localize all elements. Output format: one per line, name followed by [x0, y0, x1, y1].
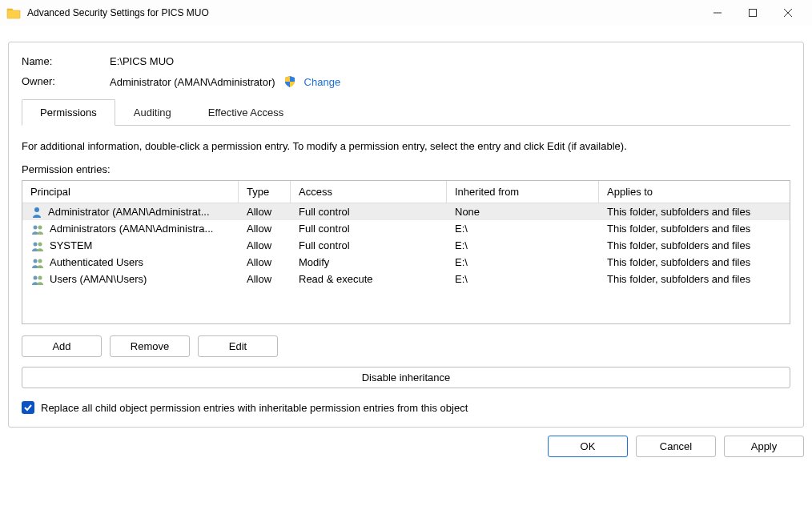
close-button[interactable] [770, 0, 806, 26]
name-value: E:\PICS MUO [110, 55, 790, 67]
applies-text: This folder, subfolders and files [599, 220, 790, 237]
svg-point-9 [34, 259, 38, 263]
add-button[interactable]: Add [22, 335, 102, 357]
type-text: Allow [239, 237, 291, 254]
minimize-button[interactable] [700, 0, 735, 26]
replace-checkbox-label: Replace all child object permission entr… [41, 402, 468, 414]
access-text: Modify [291, 254, 447, 271]
access-text: Full control [291, 203, 447, 220]
col-type[interactable]: Type [239, 181, 291, 203]
svg-rect-1 [750, 10, 757, 17]
disable-inheritance-button[interactable]: Disable inheritance [22, 367, 790, 388]
svg-line-3 [784, 9, 792, 17]
group-icon [30, 274, 45, 285]
table-row[interactable]: Administrator (AMAN\Administrat...AllowF… [22, 203, 790, 220]
svg-point-7 [34, 242, 38, 246]
tabs: Permissions Auditing Effective Access [22, 99, 790, 126]
table-row[interactable]: SYSTEMAllowFull controlE:\This folder, s… [22, 237, 790, 254]
cancel-button[interactable]: Cancel [636, 436, 716, 457]
inherited-text: E:\ [447, 271, 599, 287]
col-principal[interactable]: Principal [22, 181, 239, 203]
remove-button[interactable]: Remove [110, 335, 190, 357]
principal-text: Administrators (AMAN\Administra... [50, 223, 213, 235]
main-panel: Name: E:\PICS MUO Owner: Administrator (… [8, 42, 804, 428]
permissions-grid: Principal Type Access Inherited from App… [22, 180, 790, 324]
apply-button[interactable]: Apply [724, 436, 804, 457]
dialog-footer: OK Cancel Apply [0, 428, 812, 457]
ok-button[interactable]: OK [548, 436, 628, 457]
svg-point-6 [38, 225, 42, 229]
col-inherited[interactable]: Inherited from [447, 181, 599, 203]
table-row[interactable]: Administrators (AMAN\Administra...AllowF… [22, 220, 790, 237]
replace-checkbox-row[interactable]: Replace all child object permission entr… [22, 401, 790, 414]
grid-header: Principal Type Access Inherited from App… [22, 181, 790, 203]
col-applies[interactable]: Applies to [599, 181, 790, 203]
type-text: Allow [239, 254, 291, 271]
col-access[interactable]: Access [291, 181, 447, 203]
edit-button[interactable]: Edit [198, 335, 278, 357]
inherited-text: E:\ [447, 254, 599, 271]
name-label: Name: [22, 55, 110, 67]
group-icon [30, 240, 45, 251]
svg-point-12 [38, 275, 42, 279]
folder-icon [6, 6, 21, 19]
table-row[interactable]: Authenticated UsersAllowModifyE:\This fo… [22, 254, 790, 271]
tab-effective-access[interactable]: Effective Access [190, 99, 302, 126]
type-text: Allow [239, 271, 291, 287]
tab-auditing[interactable]: Auditing [115, 99, 190, 126]
inherited-text: None [447, 203, 599, 220]
group-icon [30, 257, 45, 268]
maximize-button[interactable] [735, 0, 770, 26]
owner-value: Administrator (AMAN\Administrator) [110, 76, 275, 88]
window-title: Advanced Security Settings for PICS MUO [27, 7, 700, 18]
check-icon [23, 403, 33, 412]
name-row: Name: E:\PICS MUO [22, 55, 790, 67]
principal-text: SYSTEM [50, 239, 92, 251]
inherited-text: E:\ [447, 237, 599, 254]
owner-label: Owner: [22, 75, 110, 88]
svg-point-8 [38, 242, 42, 246]
svg-line-2 [784, 9, 792, 17]
applies-text: This folder, subfolders and files [599, 254, 790, 271]
user-icon [30, 207, 43, 218]
inherited-text: E:\ [447, 220, 599, 237]
table-row[interactable]: Users (AMAN\Users)AllowRead & executeE:\… [22, 271, 790, 287]
access-text: Read & execute [291, 271, 447, 287]
entries-label: Permission entries: [22, 163, 790, 175]
group-icon [30, 223, 45, 235]
access-text: Full control [291, 220, 447, 237]
svg-point-10 [38, 259, 42, 263]
svg-point-5 [34, 225, 38, 229]
access-text: Full control [291, 237, 447, 254]
applies-text: This folder, subfolders and files [599, 271, 790, 287]
tab-permissions[interactable]: Permissions [22, 99, 115, 126]
principal-text: Users (AMAN\Users) [50, 273, 147, 285]
change-owner-link[interactable]: Change [304, 76, 341, 88]
applies-text: This folder, subfolders and files [599, 237, 790, 254]
principal-text: Authenticated Users [50, 256, 143, 268]
replace-checkbox[interactable] [22, 401, 34, 414]
type-text: Allow [239, 203, 291, 220]
shield-icon [283, 75, 296, 88]
svg-point-11 [34, 275, 38, 279]
type-text: Allow [239, 220, 291, 237]
applies-text: This folder, subfolders and files [599, 203, 790, 220]
titlebar: Advanced Security Settings for PICS MUO [0, 0, 812, 26]
principal-text: Administrator (AMAN\Administrat... [48, 206, 210, 218]
grid-body: Administrator (AMAN\Administrat...AllowF… [22, 203, 790, 323]
info-text: For additional information, double-click… [22, 140, 790, 152]
owner-row: Owner: Administrator (AMAN\Administrator… [22, 75, 790, 88]
svg-point-4 [34, 207, 39, 212]
